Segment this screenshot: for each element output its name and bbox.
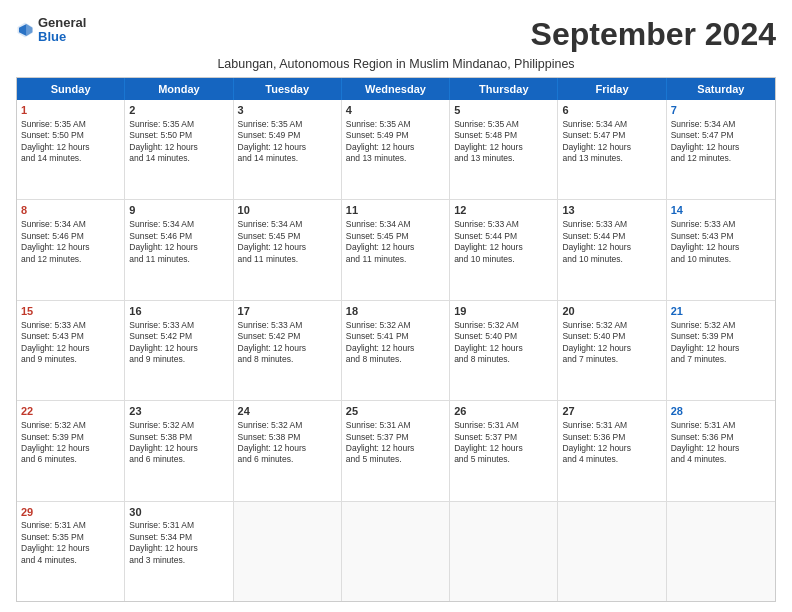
day-info-line: and 5 minutes.	[346, 454, 445, 465]
day-info-line: Sunrise: 5:32 AM	[346, 320, 445, 331]
calendar-cell: 19Sunrise: 5:32 AMSunset: 5:40 PMDayligh…	[450, 301, 558, 400]
day-info-line: Daylight: 12 hours	[346, 142, 445, 153]
day-info-line: Sunset: 5:46 PM	[129, 231, 228, 242]
day-info-line: and 12 minutes.	[671, 153, 771, 164]
calendar-cell: 23Sunrise: 5:32 AMSunset: 5:38 PMDayligh…	[125, 401, 233, 500]
day-info-line: Sunset: 5:47 PM	[671, 130, 771, 141]
cal-header-day: Thursday	[450, 78, 558, 100]
day-info-line: Sunset: 5:34 PM	[129, 532, 228, 543]
calendar-cell: 22Sunrise: 5:32 AMSunset: 5:39 PMDayligh…	[17, 401, 125, 500]
day-info-line: Sunrise: 5:33 AM	[21, 320, 120, 331]
day-info-line: and 5 minutes.	[454, 454, 553, 465]
calendar-cell: 15Sunrise: 5:33 AMSunset: 5:43 PMDayligh…	[17, 301, 125, 400]
month-title: September 2024	[531, 16, 776, 53]
day-info-line: Sunset: 5:39 PM	[671, 331, 771, 342]
day-info-line: Sunrise: 5:31 AM	[21, 520, 120, 531]
day-info-line: and 7 minutes.	[671, 354, 771, 365]
calendar-cell: 4Sunrise: 5:35 AMSunset: 5:49 PMDaylight…	[342, 100, 450, 199]
day-info-line: and 12 minutes.	[21, 254, 120, 265]
day-info-line: Sunrise: 5:33 AM	[129, 320, 228, 331]
day-number: 26	[454, 404, 553, 419]
day-number: 22	[21, 404, 120, 419]
day-number: 27	[562, 404, 661, 419]
day-info-line: Sunset: 5:35 PM	[21, 532, 120, 543]
calendar-cell: 18Sunrise: 5:32 AMSunset: 5:41 PMDayligh…	[342, 301, 450, 400]
calendar-cell: 29Sunrise: 5:31 AMSunset: 5:35 PMDayligh…	[17, 502, 125, 601]
day-number: 5	[454, 103, 553, 118]
day-info-line: Sunrise: 5:31 AM	[454, 420, 553, 431]
day-info-line: and 10 minutes.	[562, 254, 661, 265]
day-info-line: Sunrise: 5:31 AM	[671, 420, 771, 431]
calendar-row: 29Sunrise: 5:31 AMSunset: 5:35 PMDayligh…	[17, 502, 775, 601]
cal-header-day: Wednesday	[342, 78, 450, 100]
day-info-line: Daylight: 12 hours	[238, 242, 337, 253]
day-info-line: Sunset: 5:36 PM	[562, 432, 661, 443]
calendar-cell: 6Sunrise: 5:34 AMSunset: 5:47 PMDaylight…	[558, 100, 666, 199]
day-info-line: and 4 minutes.	[21, 555, 120, 566]
day-info-line: Sunrise: 5:32 AM	[238, 420, 337, 431]
day-info-line: Sunset: 5:40 PM	[562, 331, 661, 342]
day-number: 3	[238, 103, 337, 118]
cal-header-day: Sunday	[17, 78, 125, 100]
day-number: 11	[346, 203, 445, 218]
day-info-line: Daylight: 12 hours	[21, 142, 120, 153]
calendar-cell: 1Sunrise: 5:35 AMSunset: 5:50 PMDaylight…	[17, 100, 125, 199]
day-info-line: Sunrise: 5:35 AM	[238, 119, 337, 130]
calendar-cell: 5Sunrise: 5:35 AMSunset: 5:48 PMDaylight…	[450, 100, 558, 199]
logo-blue-text: Blue	[38, 30, 86, 44]
calendar-cell	[234, 502, 342, 601]
calendar-cell: 21Sunrise: 5:32 AMSunset: 5:39 PMDayligh…	[667, 301, 775, 400]
day-number: 12	[454, 203, 553, 218]
day-info-line: Sunrise: 5:35 AM	[454, 119, 553, 130]
calendar-subtitle: Labungan, Autonomous Region in Muslim Mi…	[16, 57, 776, 71]
day-info-line: Sunset: 5:45 PM	[346, 231, 445, 242]
day-number: 9	[129, 203, 228, 218]
cal-header-day: Saturday	[667, 78, 775, 100]
day-number: 4	[346, 103, 445, 118]
calendar-row: 8Sunrise: 5:34 AMSunset: 5:46 PMDaylight…	[17, 200, 775, 300]
day-info-line: Sunrise: 5:34 AM	[562, 119, 661, 130]
calendar-cell: 28Sunrise: 5:31 AMSunset: 5:36 PMDayligh…	[667, 401, 775, 500]
day-info-line: Daylight: 12 hours	[346, 343, 445, 354]
day-info-line: and 10 minutes.	[671, 254, 771, 265]
day-info-line: and 10 minutes.	[454, 254, 553, 265]
day-info-line: and 9 minutes.	[129, 354, 228, 365]
day-info-line: Sunrise: 5:33 AM	[562, 219, 661, 230]
day-info-line: Sunset: 5:38 PM	[238, 432, 337, 443]
day-number: 18	[346, 304, 445, 319]
day-number: 15	[21, 304, 120, 319]
day-number: 21	[671, 304, 771, 319]
day-info-line: Daylight: 12 hours	[454, 242, 553, 253]
day-info-line: Sunset: 5:48 PM	[454, 130, 553, 141]
day-info-line: and 11 minutes.	[238, 254, 337, 265]
day-info-line: Daylight: 12 hours	[238, 142, 337, 153]
calendar-cell: 7Sunrise: 5:34 AMSunset: 5:47 PMDaylight…	[667, 100, 775, 199]
cal-header-day: Tuesday	[234, 78, 342, 100]
calendar-cell: 26Sunrise: 5:31 AMSunset: 5:37 PMDayligh…	[450, 401, 558, 500]
day-number: 25	[346, 404, 445, 419]
day-number: 7	[671, 103, 771, 118]
day-info-line: Daylight: 12 hours	[129, 142, 228, 153]
day-info-line: Sunset: 5:40 PM	[454, 331, 553, 342]
day-info-line: Sunrise: 5:34 AM	[346, 219, 445, 230]
day-info-line: and 8 minutes.	[238, 354, 337, 365]
day-info-line: Sunset: 5:43 PM	[21, 331, 120, 342]
day-info-line: Daylight: 12 hours	[346, 443, 445, 454]
day-info-line: Sunset: 5:37 PM	[346, 432, 445, 443]
day-info-line: Sunrise: 5:32 AM	[129, 420, 228, 431]
day-number: 16	[129, 304, 228, 319]
day-number: 13	[562, 203, 661, 218]
day-info-line: Sunset: 5:46 PM	[21, 231, 120, 242]
day-info-line: Daylight: 12 hours	[671, 343, 771, 354]
calendar-cell: 8Sunrise: 5:34 AMSunset: 5:46 PMDaylight…	[17, 200, 125, 299]
day-info-line: Sunrise: 5:33 AM	[238, 320, 337, 331]
day-info-line: Daylight: 12 hours	[21, 343, 120, 354]
day-info-line: and 6 minutes.	[238, 454, 337, 465]
day-info-line: Daylight: 12 hours	[129, 543, 228, 554]
day-info-line: Sunset: 5:42 PM	[129, 331, 228, 342]
day-info-line: Daylight: 12 hours	[21, 242, 120, 253]
day-info-line: Sunset: 5:44 PM	[454, 231, 553, 242]
day-info-line: and 4 minutes.	[562, 454, 661, 465]
day-info-line: Sunset: 5:36 PM	[671, 432, 771, 443]
day-info-line: and 11 minutes.	[129, 254, 228, 265]
